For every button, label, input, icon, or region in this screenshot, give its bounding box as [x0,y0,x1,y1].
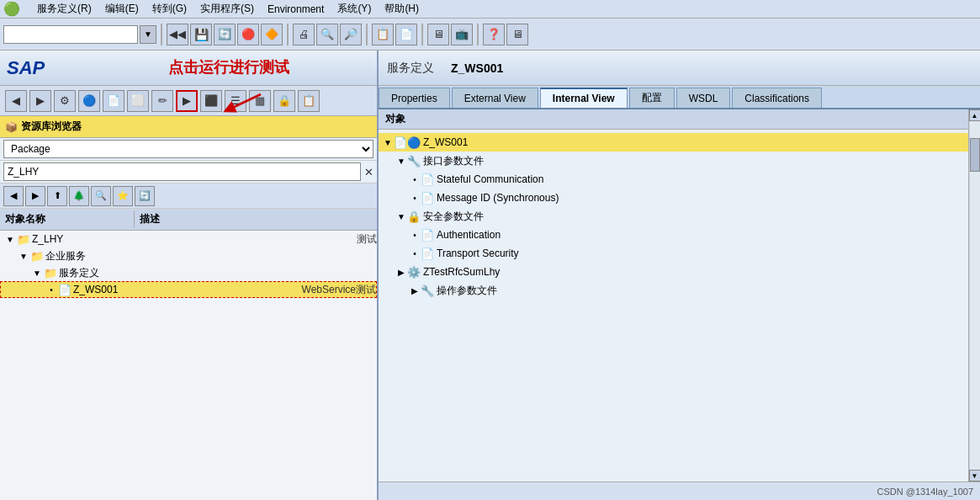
command-dropdown[interactable]: ▼ [140,25,156,44]
s-btn6[interactable]: ⬛ [200,90,222,112]
folder-icon-servicedef: 📁 [44,267,57,279]
window-btn[interactable]: 🖥 [427,24,449,45]
nav-back[interactable]: ◀ [3,186,24,206]
main-content: SAP 点击运行进行测试 ◀ ▶ ⚙ 🔵 📄 ⬜ ✏ ▶ ⬛ [0,51,980,500]
right-tree-interface[interactable]: ▼ 🔧 接口参数文件 [379,152,968,170]
s-btn7[interactable]: ☰ [225,90,246,112]
r-icon-messageid: 📄 [421,192,434,205]
scrollbar-up[interactable]: ▲ [969,109,981,121]
menu-item-system[interactable]: 系统(Y) [337,2,371,16]
package-select[interactable]: Package [3,140,373,158]
right-tree-zws001[interactable]: ▼ 📄🔵 Z_WS001 [379,133,968,152]
menu-item-help[interactable]: 帮助(H) [384,2,419,16]
window2-btn[interactable]: 📺 [451,24,473,45]
label-zlhy: Z_LHY [32,233,350,245]
label-servicedef: 服务定义 [59,266,377,280]
back-btn[interactable]: ◀ [5,90,27,112]
nav-toolbar: ◀ ▶ ⬆ 🌲 🔍 ⭐ 🔄 [0,184,377,209]
s-btn1[interactable]: ⚙ [54,90,76,112]
exp-stateful: • [409,175,421,184]
help-btn[interactable]: ❓ [483,24,505,45]
r-label-ztest: ZTestRfcSumLhy [423,266,500,278]
right-tree-transport[interactable]: • 📄 Transport Security [379,244,968,263]
run-btn[interactable]: ▶ [176,90,198,112]
fwd-btn[interactable]: ▶ [29,90,51,112]
s-btn8[interactable]: ▦ [249,90,271,112]
s-btn10[interactable]: 📋 [298,90,320,112]
scrollbar-track[interactable] [970,121,980,470]
scrollbar-thumb[interactable] [970,138,980,172]
resource-icon: 📦 [5,121,18,133]
exp-ztest[interactable]: ▶ [395,268,407,277]
menu-item-edit[interactable]: 编辑(E) [105,2,139,16]
package-row: Package [0,138,377,161]
expand-zws001[interactable]: • [45,285,58,295]
s-btn4[interactable]: ⬜ [127,90,149,112]
tree-item-enterprise[interactable]: ▼ 📁 企业服务 [0,247,377,264]
right-tree-messageid[interactable]: • 📄 Message ID (Synchronous) [379,189,968,207]
nav-find[interactable]: 🔍 [91,186,111,206]
expand-zlhy[interactable]: ▼ [3,235,17,244]
page2-btn[interactable]: 📄 [395,24,417,45]
sap-header: SAP 点击运行进行测试 [0,51,377,86]
tree-item-servicedef[interactable]: ▼ 📁 服务定义 [0,264,377,281]
folder-icon-zlhy: 📁 [17,233,30,246]
nav-fwd[interactable]: ▶ [25,186,45,206]
nav-refresh[interactable]: 🔄 [135,186,155,206]
exp-interface[interactable]: ▼ [395,157,407,166]
scrollbar-down[interactable]: ▼ [969,470,981,481]
tab-wsdl[interactable]: WSDL [676,88,731,108]
left-panel: SAP 点击运行进行测试 ◀ ▶ ⚙ 🔵 📄 ⬜ ✏ ▶ ⬛ [0,51,379,500]
search-input[interactable] [3,162,361,181]
exp-zws001[interactable]: ▼ [382,138,394,147]
page-btn[interactable]: 📋 [372,24,394,45]
btn4[interactable]: 🔴 [237,24,259,45]
tab-classifications[interactable]: Classifications [732,88,822,108]
tab-config[interactable]: 配置 [629,88,675,108]
btn3[interactable]: 🔄 [214,24,236,45]
exp-op[interactable]: ▶ [409,286,421,295]
tab-internal-view[interactable]: Internal View [540,88,628,108]
tab-external-view[interactable]: External View [452,88,538,108]
nav-star[interactable]: ⭐ [113,186,133,206]
expand-enterprise[interactable]: ▼ [17,252,30,261]
command-input[interactable] [3,25,138,44]
s-btn2[interactable]: 🔵 [78,90,100,112]
nav-tree[interactable]: 🌲 [69,186,89,206]
s-btn3[interactable]: 📄 [103,90,124,112]
prev-btn[interactable]: ◀◀ [167,24,188,45]
exp-security[interactable]: ▼ [395,212,407,221]
menu-item-utils[interactable]: 实用程序(S) [200,2,254,16]
tree-item-zlhy[interactable]: ▼ 📁 Z_LHY 测试 [0,231,377,247]
r-label-transport: Transport Security [437,247,519,259]
find2-btn[interactable]: 🔎 [340,24,362,45]
right-tree-ztest[interactable]: ▶ ⚙️ ZTestRfcSumLhy [379,263,968,281]
menu-item-service[interactable]: 服务定义(R) [37,2,92,16]
separator-2 [287,24,289,45]
right-tree-op[interactable]: ▶ 🔧 操作参数文件 [379,281,968,300]
separator-4 [421,24,423,45]
nav-up[interactable]: ⬆ [47,186,67,206]
print-btn[interactable]: 🖨 [293,24,315,45]
right-tree-stateful[interactable]: • 📄 Stateful Communication [379,170,968,189]
s-btn5[interactable]: ✏ [151,90,173,112]
menu-item-goto[interactable]: 转到(G) [152,2,187,16]
find-btn[interactable]: 🔍 [316,24,338,45]
desc-zws001: WebService测试 [295,283,376,297]
exp-auth: • [409,231,421,240]
btn5[interactable]: 🔶 [261,24,283,45]
col-obj-name: 对象名称 [0,210,135,228]
settings-btn[interactable]: 🖥 [506,24,528,45]
s-btn9[interactable]: 🔒 [273,90,295,112]
expand-servicedef[interactable]: ▼ [30,269,44,278]
right-tree-auth[interactable]: • 📄 Authentication [379,226,968,244]
clear-btn[interactable]: ✕ [364,166,373,178]
right-tree-security[interactable]: ▼ 🔒 安全参数文件 [379,207,968,226]
exp-messageid: • [409,194,421,203]
command-input-wrapper: ▼ [3,25,156,44]
menu-item-env[interactable]: Environment [268,3,324,15]
save-btn[interactable]: 💾 [190,24,212,45]
tab-properties[interactable]: Properties [379,88,450,108]
right-scrollbar[interactable]: ▲ ▼ [968,109,980,481]
tree-item-zws001[interactable]: • 📄 Z_WS001 WebService测试 [0,281,377,298]
